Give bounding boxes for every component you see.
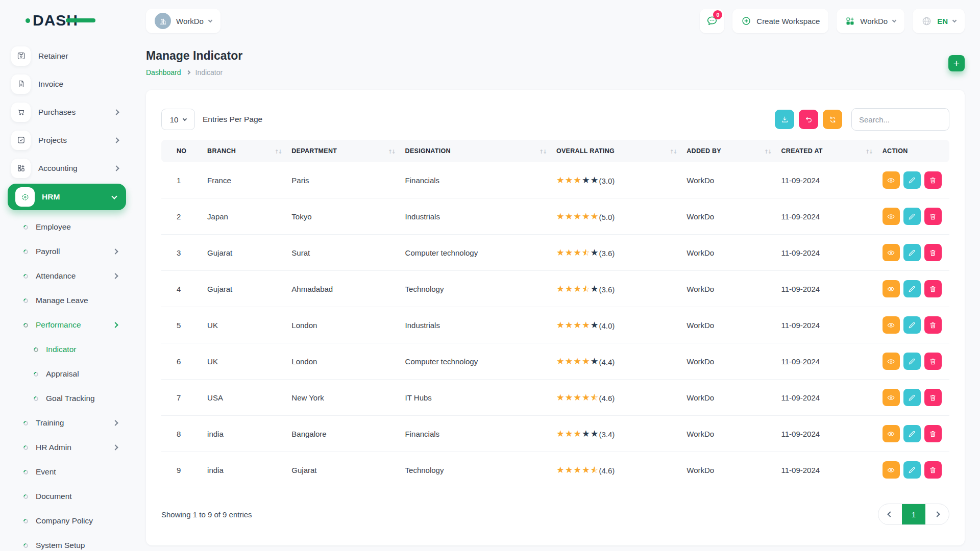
column-header-rating[interactable]: OVERALL RATING↑↓ xyxy=(551,140,681,162)
sidebar-item-employee[interactable]: Employee xyxy=(0,215,134,239)
star-half-icon: ☆★ xyxy=(591,466,599,475)
hrm-icon xyxy=(15,187,35,207)
view-button[interactable] xyxy=(883,171,900,189)
star-full-icon: ★ xyxy=(556,285,565,294)
column-header-department[interactable]: DEPARTMENT↑↓ xyxy=(286,140,400,162)
pencil-icon xyxy=(908,393,916,402)
sidebar-nav: RetainerInvoicePurchasesProjectsAccounti… xyxy=(0,42,134,551)
sidebar-item-attendance[interactable]: Attendance xyxy=(0,264,134,288)
column-header-designation[interactable]: DESIGNATION↑↓ xyxy=(400,140,551,162)
star-full-icon: ★ xyxy=(565,321,573,330)
delete-button[interactable] xyxy=(924,280,942,297)
edit-button[interactable] xyxy=(903,171,921,189)
prev-page-button[interactable] xyxy=(878,504,902,524)
cell-rating: ★★★☆★★(3.6) xyxy=(551,271,681,307)
star-full-icon: ★ xyxy=(573,357,581,366)
refresh-button[interactable] xyxy=(823,110,842,129)
delete-button[interactable] xyxy=(924,316,942,334)
cell-branch: USA xyxy=(202,380,286,416)
cell-no: 5 xyxy=(161,307,202,343)
bullet-icon xyxy=(22,542,29,549)
view-button[interactable] xyxy=(883,425,900,442)
trash-icon xyxy=(928,176,937,185)
workdo-apps-menu[interactable]: WorkDo xyxy=(837,9,904,33)
bullet-icon xyxy=(22,493,29,500)
star-empty-icon: ★ xyxy=(591,248,599,258)
edit-button[interactable] xyxy=(903,244,921,261)
reset-button[interactable] xyxy=(799,110,818,129)
sidebar-item-accounting[interactable]: Accounting xyxy=(0,154,134,182)
star-full-icon: ★ xyxy=(565,285,573,294)
delete-button[interactable] xyxy=(924,208,942,225)
current-page-button[interactable]: 1 xyxy=(902,504,925,524)
chevron-right-icon xyxy=(112,273,118,279)
delete-button[interactable] xyxy=(924,389,942,406)
sidebar-item-indicator[interactable]: Indicator xyxy=(0,337,134,362)
view-button[interactable] xyxy=(883,461,900,479)
view-button[interactable] xyxy=(883,208,900,225)
star-empty-icon: ★ xyxy=(591,430,599,439)
edit-button[interactable] xyxy=(903,316,921,334)
sidebar-item-goal-tracking[interactable]: Goal Tracking xyxy=(0,386,134,411)
edit-button[interactable] xyxy=(903,208,921,225)
star-full-icon: ★ xyxy=(556,176,565,185)
messages-button[interactable]: 0 xyxy=(700,9,724,33)
cell-added-by: WorkDo xyxy=(681,343,776,380)
bullet-icon xyxy=(22,469,29,475)
language-selector[interactable]: EN xyxy=(913,9,965,33)
delete-button[interactable] xyxy=(924,425,942,442)
sidebar-item-hr-admin[interactable]: HR Admin xyxy=(0,435,134,460)
pencil-icon xyxy=(908,248,916,257)
star-full-icon: ★ xyxy=(556,248,565,258)
sidebar-item-hrm[interactable]: HRM xyxy=(8,184,126,210)
sidebar-item-appraisal[interactable]: Appraisal xyxy=(0,362,134,386)
cell-action xyxy=(877,162,949,198)
edit-button[interactable] xyxy=(903,461,921,479)
entries-per-page-select[interactable]: 10 xyxy=(161,109,195,130)
edit-button[interactable] xyxy=(903,280,921,297)
pencil-icon xyxy=(908,285,916,293)
column-header-created_at[interactable]: CREATED AT↑↓ xyxy=(776,140,877,162)
sidebar-item-performance[interactable]: Performance xyxy=(0,313,134,337)
add-indicator-button[interactable]: + xyxy=(948,55,965,71)
search-input[interactable] xyxy=(851,108,949,131)
column-header-added_by[interactable]: ADDED BY↑↓ xyxy=(681,140,776,162)
export-button[interactable] xyxy=(775,110,794,129)
column-header-branch[interactable]: BRANCH↑↓ xyxy=(202,140,286,162)
pencil-icon xyxy=(908,321,916,330)
sidebar-item-invoice[interactable]: Invoice xyxy=(0,70,134,98)
view-button[interactable] xyxy=(883,353,900,370)
view-button[interactable] xyxy=(883,316,900,334)
create-workspace-button[interactable]: Create Workspace xyxy=(732,9,828,33)
cell-department: London xyxy=(286,307,400,343)
breadcrumb-dashboard-link[interactable]: Dashboard xyxy=(146,68,181,77)
sidebar-item-company-policy[interactable]: Company Policy xyxy=(0,509,134,533)
view-button[interactable] xyxy=(883,244,900,261)
edit-button[interactable] xyxy=(903,389,921,406)
sidebar-item-document[interactable]: Document xyxy=(0,484,134,509)
indicators-table: NOBRANCH↑↓DEPARTMENT↑↓DESIGNATION↑↓OVERA… xyxy=(161,140,949,488)
app-logo[interactable]: DASH xyxy=(0,7,134,34)
next-page-button[interactable] xyxy=(925,504,949,524)
sidebar-item-payroll[interactable]: Payroll xyxy=(0,239,134,264)
sidebar-item-manage-leave[interactable]: Manage Leave xyxy=(0,288,134,313)
sidebar-item-training[interactable]: Training xyxy=(0,411,134,435)
view-button[interactable] xyxy=(883,280,900,297)
delete-button[interactable] xyxy=(924,353,942,370)
workspace-switcher[interactable]: WorkDo xyxy=(146,9,220,33)
edit-button[interactable] xyxy=(903,353,921,370)
sidebar-item-system-setup[interactable]: System Setup xyxy=(0,533,134,551)
delete-button[interactable] xyxy=(924,461,942,479)
view-button[interactable] xyxy=(883,389,900,406)
sidebar-item-projects[interactable]: Projects xyxy=(0,126,134,154)
sidebar-item-retainer[interactable]: Retainer xyxy=(0,42,134,70)
sidebar-item-purchases[interactable]: Purchases xyxy=(0,98,134,126)
download-icon xyxy=(780,115,789,124)
edit-button[interactable] xyxy=(903,425,921,442)
projects-icon xyxy=(11,131,31,150)
sidebar-item-event[interactable]: Event xyxy=(0,460,134,484)
delete-button[interactable] xyxy=(924,171,942,189)
eye-icon xyxy=(887,357,895,366)
delete-button[interactable] xyxy=(924,244,942,261)
cell-no: 4 xyxy=(161,271,202,307)
